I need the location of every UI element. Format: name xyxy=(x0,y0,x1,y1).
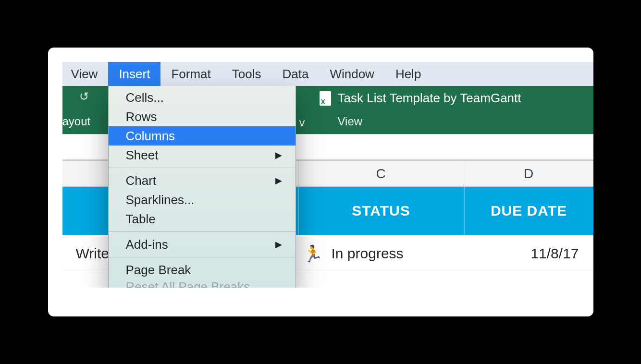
view-tab-label[interactable]: View xyxy=(338,115,363,128)
menu-separator xyxy=(109,231,296,232)
document-title: Task List Template by TeamGantt xyxy=(320,91,521,106)
menu-window[interactable]: Window xyxy=(319,62,384,86)
column-header-d[interactable]: D xyxy=(464,161,593,186)
menu-item-label: Add-ins xyxy=(126,237,168,252)
chevron-right-icon: ▶ xyxy=(275,175,282,186)
document-title-text: Task List Template by TeamGantt xyxy=(338,91,521,106)
chevron-right-icon: ▶ xyxy=(275,150,282,160)
insert-menu-dropdown: Cells...RowsColumnsSheet▶Chart▶Sparkline… xyxy=(108,86,296,288)
cell-due-date[interactable]: 11/8/17 xyxy=(464,235,593,272)
app-window: ViewInsertFormatToolsDataWindowHelp ↺ ay… xyxy=(48,48,593,316)
undo-icon[interactable]: ↺ xyxy=(79,90,89,103)
column-header-c[interactable]: C xyxy=(298,161,464,186)
menu-item-columns[interactable]: Columns xyxy=(109,126,296,146)
menu-item-label: Rows xyxy=(126,109,157,124)
menu-item-label: Sparklines... xyxy=(126,193,195,207)
menu-tools[interactable]: Tools xyxy=(222,62,272,86)
menu-item-add-ins[interactable]: Add-ins▶ xyxy=(109,235,296,254)
layout-tab-label[interactable]: ayout xyxy=(62,115,91,128)
cell-status[interactable]: 🏃 In progress xyxy=(298,235,464,272)
header-status: STATUS xyxy=(298,187,464,235)
menu-item-rows[interactable]: Rows xyxy=(109,107,296,126)
app-content: ViewInsertFormatToolsDataWindowHelp ↺ ay… xyxy=(62,62,593,288)
menu-insert[interactable]: Insert xyxy=(108,62,160,86)
menu-item-label: Sheet xyxy=(126,148,159,163)
menu-item-sheet[interactable]: Sheet▶ xyxy=(109,146,296,165)
menu-help[interactable]: Help xyxy=(385,62,431,86)
menu-item-label: Cells... xyxy=(126,90,164,105)
status-text: In progress xyxy=(332,245,404,262)
menu-view[interactable]: View xyxy=(62,62,109,86)
menu-item-cutoff: Reset All Page Breaks xyxy=(109,279,296,288)
menu-item-cells[interactable]: Cells... xyxy=(109,88,296,107)
menu-data[interactable]: Data xyxy=(271,62,319,86)
menu-item-page-break[interactable]: Page Break xyxy=(109,260,296,279)
menubar: ViewInsertFormatToolsDataWindowHelp xyxy=(62,62,593,86)
chevron-right-icon: ▶ xyxy=(275,239,282,250)
menu-item-table[interactable]: Table xyxy=(109,209,296,229)
menu-item-label: Page Break xyxy=(126,263,191,278)
truncated-label: v xyxy=(299,116,305,129)
excel-file-icon xyxy=(320,91,331,106)
menu-item-label: Columns xyxy=(126,129,175,144)
menu-item-label: Table xyxy=(126,212,156,227)
menu-separator xyxy=(109,257,296,257)
menu-item-label: Chart xyxy=(126,173,157,188)
menu-separator xyxy=(109,168,296,168)
menu-item-chart[interactable]: Chart▶ xyxy=(109,171,296,190)
runner-icon: 🏃 xyxy=(303,245,323,262)
header-due-date: DUE DATE xyxy=(464,187,593,235)
menu-format[interactable]: Format xyxy=(160,62,221,86)
menu-item-sparklines[interactable]: Sparklines... xyxy=(109,190,296,209)
